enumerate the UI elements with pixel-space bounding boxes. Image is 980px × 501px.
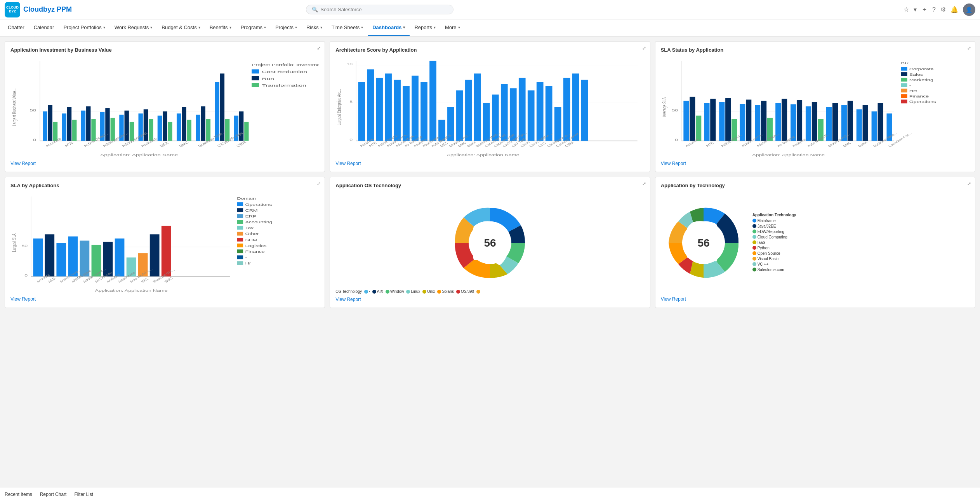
main-content: Application Investment by Business Value… [0,37,980,487]
chevron-down-icon: ▾ [320,25,322,30]
view-report-link[interactable]: View Report [335,297,361,302]
chevron-down-icon: ▾ [403,25,405,30]
svg-rect-77 [456,90,463,141]
svg-rect-89 [563,78,570,141]
svg-text:5: 5 [350,100,353,104]
view-report-link[interactable]: View Report [10,296,36,302]
card-investment: Application Investment by Business Value… [5,41,325,172]
svg-text:Accounting: Accounting [245,220,272,224]
nav-item-programs[interactable]: Programs ▾ [236,19,271,37]
nav-item-benefits[interactable]: Benefits ▾ [205,19,236,37]
svg-text:Finance: Finance [245,250,264,254]
bottom-filter-list[interactable]: Filter List [74,492,93,497]
bottom-report-chart[interactable]: Report Chart [40,492,67,497]
bell-icon[interactable]: 🔔 [950,6,958,13]
svg-rect-68 [376,78,383,141]
donut-chart-os: 56 [335,192,644,293]
svg-text:BEZ: BEZ [140,277,149,283]
view-report-link[interactable]: View Report [661,161,686,166]
svg-text:Operations: Operations [245,203,272,207]
svg-text:CRM: CRM [235,141,247,148]
svg-text:50: 50 [30,108,36,112]
svg-text:Application: Application Name: Application: Application Name [95,289,168,292]
nav-item-budget-costs[interactable]: Budget & Costs ▾ [157,19,205,37]
nav-item-dashboards[interactable]: Dashboards ▾ [368,19,410,37]
svg-text:ACE: ACE [47,277,57,283]
svg-rect-165 [901,100,907,104]
svg-rect-19 [125,111,129,141]
nav-item-chatter[interactable]: Chatter [3,19,29,37]
svg-text:SCM: SCM [245,238,257,242]
expand-icon[interactable]: ⤢ [317,181,321,186]
svg-rect-139 [797,100,802,141]
expand-icon[interactable]: ⤢ [967,181,971,186]
svg-text:Sales: Sales [909,73,923,77]
card-technology: Application by Technology ⤢ [655,177,975,308]
star-icon[interactable]: ☆ [904,6,909,13]
card-sla-status: SLA Status by Application ⤢ Average SLA … [655,41,975,172]
bar-chart-architecture: Largest Enterprise Arc... 0 5 10 [335,57,644,158]
search-bar[interactable]: 🔍 [306,5,454,14]
svg-rect-24 [158,116,162,141]
svg-text:56: 56 [697,237,709,249]
svg-text:10: 10 [347,62,353,66]
settings-icon[interactable]: ⚙ [940,6,946,13]
nav-item-calendar[interactable]: Calendar [29,19,59,37]
search-input[interactable] [320,7,448,12]
svg-text:Boise: Boise [466,141,478,148]
svg-rect-137 [782,99,787,141]
svg-rect-148 [862,105,868,141]
svg-text:ACE: ACE [704,141,714,148]
svg-text:0: 0 [675,138,678,142]
bar-chart-investment: Largest Business Value... 0 50 [10,57,319,158]
view-report-link[interactable]: View Report [10,161,36,166]
svg-rect-37 [239,111,243,141]
card-title: Application by Technology [661,183,970,188]
svg-rect-123 [683,101,689,141]
help-icon[interactable]: ? [932,6,936,13]
expand-icon[interactable]: ⤢ [967,45,971,51]
bottom-recent-items[interactable]: Recent Items [5,492,32,497]
avatar[interactable]: 👤 [963,3,975,16]
expand-icon[interactable]: ⤢ [642,45,646,51]
nav-item-work-requests[interactable]: Work Requests ▾ [110,19,157,37]
svg-rect-125 [696,116,701,141]
svg-rect-126 [704,103,709,141]
svg-rect-206 [237,220,243,224]
chevron-down-icon: ▾ [229,25,231,30]
donut-wrap: 56 [661,200,746,285]
expand-icon[interactable]: ⤢ [642,181,646,186]
svg-text:50: 50 [672,108,678,112]
svg-rect-220 [237,261,243,265]
nav-item-more[interactable]: More ▾ [440,19,465,37]
expand-icon[interactable]: ⤢ [317,45,321,51]
svg-rect-73 [420,82,427,141]
plus-icon[interactable]: ＋ [921,5,928,14]
svg-rect-31 [201,106,205,141]
svg-text:Average SLA: Average SLA [661,97,667,117]
nav-bar: Chatter Calendar Project Portfolios ▾ Wo… [0,19,980,37]
svg-text:0: 0 [24,273,28,277]
svg-text:BMC: BMC [178,141,190,148]
svg-rect-91 [581,80,588,141]
nav-item-project-portfolios[interactable]: Project Portfolios ▾ [59,19,109,37]
svg-text:Other: Other [245,232,259,236]
svg-rect-210 [237,232,243,236]
nav-item-time-sheets[interactable]: Time Sheets ▾ [327,19,368,37]
svg-rect-216 [237,249,243,253]
svg-rect-66 [358,82,365,141]
svg-rect-141 [811,102,817,141]
nav-item-risks[interactable]: Risks ▾ [302,19,327,37]
nav-item-projects[interactable]: Projects ▾ [271,19,302,37]
nav-item-reports[interactable]: Reports ▾ [410,19,440,37]
view-report-link[interactable]: View Report [661,296,686,302]
svg-rect-10 [67,107,71,141]
card-title: SLA by Applications [10,183,319,188]
svg-rect-204 [237,214,243,218]
dropdown-icon[interactable]: ▾ [914,6,917,13]
view-report-link[interactable]: View Report [335,161,361,166]
svg-text:Cost Reduction: Cost Reduction [262,70,307,74]
svg-text:BU: BU [901,61,909,65]
svg-rect-80 [483,103,490,141]
dashboard-grid: Application Investment by Business Value… [5,41,975,308]
